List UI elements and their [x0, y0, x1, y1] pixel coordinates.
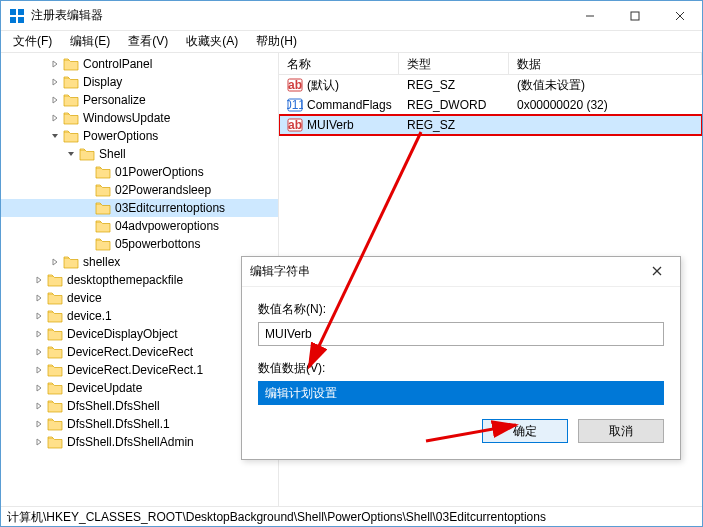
- folder-icon: [63, 129, 79, 143]
- tree-node[interactable]: DfsShell.DfsShell.1: [1, 415, 278, 433]
- chevron-down-icon[interactable]: [49, 132, 61, 140]
- window-controls: [567, 1, 702, 31]
- chevron-right-icon[interactable]: [33, 348, 45, 356]
- tree-label: 02Powerandsleep: [115, 183, 211, 197]
- tree-node[interactable]: DfsShell.DfsShell: [1, 397, 278, 415]
- chevron-right-icon[interactable]: [33, 384, 45, 392]
- tree-node[interactable]: Personalize: [1, 91, 278, 109]
- tree-label: 04advpoweroptions: [115, 219, 219, 233]
- chevron-right-icon[interactable]: [33, 402, 45, 410]
- col-header-type[interactable]: 类型: [399, 53, 509, 74]
- folder-icon: [95, 183, 111, 197]
- menu-file[interactable]: 文件(F): [5, 31, 60, 52]
- value-data: (数值未设置): [509, 77, 702, 94]
- tree-node[interactable]: 01PowerOptions: [1, 163, 278, 181]
- chevron-right-icon[interactable]: [33, 366, 45, 374]
- folder-icon: [63, 57, 79, 71]
- chevron-right-icon[interactable]: [49, 258, 61, 266]
- tree-label: 05powerbottons: [115, 237, 200, 251]
- tree-node[interactable]: 02Powerandsleep: [1, 181, 278, 199]
- tree-label: 01PowerOptions: [115, 165, 204, 179]
- tree-label: DfsShell.DfsShell.1: [67, 417, 170, 431]
- cancel-button[interactable]: 取消: [578, 419, 664, 443]
- value-type: REG_SZ: [399, 118, 509, 132]
- col-header-name[interactable]: 名称: [279, 53, 399, 74]
- tree-node[interactable]: DeviceDisplayObject: [1, 325, 278, 343]
- tree-label: ControlPanel: [83, 57, 152, 71]
- tree-label: device: [67, 291, 102, 305]
- menu-help[interactable]: 帮助(H): [248, 31, 305, 52]
- tree-panel[interactable]: ControlPanelDisplayPersonalizeWindowsUpd…: [1, 53, 279, 506]
- folder-icon: [47, 363, 63, 377]
- chevron-right-icon[interactable]: [49, 60, 61, 68]
- menu-bar: 文件(F) 编辑(E) 查看(V) 收藏夹(A) 帮助(H): [1, 31, 702, 53]
- tree-node[interactable]: desktopthemepackfile: [1, 271, 278, 289]
- dialog-close-button[interactable]: [642, 265, 672, 279]
- list-row[interactable]: ab(默认)REG_SZ(数值未设置): [279, 75, 702, 95]
- tree-node[interactable]: DeviceUpdate: [1, 379, 278, 397]
- svg-text:ab: ab: [288, 78, 302, 92]
- tree-node[interactable]: Shell: [1, 145, 278, 163]
- value-input[interactable]: [258, 381, 664, 405]
- tree-node[interactable]: DeviceRect.DeviceRect.1: [1, 361, 278, 379]
- tree-node[interactable]: WindowsUpdate: [1, 109, 278, 127]
- tree-node[interactable]: ControlPanel: [1, 55, 278, 73]
- tree-node[interactable]: DeviceRect.DeviceRect: [1, 343, 278, 361]
- tree-node[interactable]: DfsShell.DfsShellAdmin: [1, 433, 278, 451]
- folder-icon: [47, 327, 63, 341]
- folder-icon: [47, 273, 63, 287]
- chevron-right-icon[interactable]: [33, 312, 45, 320]
- dialog-title-bar[interactable]: 编辑字符串: [242, 257, 680, 287]
- tree-node[interactable]: PowerOptions: [1, 127, 278, 145]
- value-name: (默认): [307, 77, 339, 94]
- chevron-right-icon[interactable]: [33, 438, 45, 446]
- string-value-icon: ab: [287, 77, 303, 93]
- tree-label: shellex: [83, 255, 120, 269]
- col-header-data[interactable]: 数据: [509, 53, 702, 74]
- tree-node[interactable]: 04advpoweroptions: [1, 217, 278, 235]
- minimize-button[interactable]: [567, 1, 612, 31]
- folder-icon: [47, 291, 63, 305]
- status-bar: 计算机\HKEY_CLASSES_ROOT\DesktopBackground\…: [1, 506, 702, 526]
- folder-icon: [47, 435, 63, 449]
- folder-icon: [63, 255, 79, 269]
- svg-rect-5: [631, 12, 639, 20]
- close-button[interactable]: [657, 1, 702, 31]
- tree-node[interactable]: device: [1, 289, 278, 307]
- tree-label: DfsShell.DfsShellAdmin: [67, 435, 194, 449]
- name-input[interactable]: [258, 322, 664, 346]
- ok-button[interactable]: 确定: [482, 419, 568, 443]
- chevron-right-icon[interactable]: [49, 114, 61, 122]
- folder-icon: [63, 93, 79, 107]
- tree-label: device.1: [67, 309, 112, 323]
- chevron-right-icon[interactable]: [33, 420, 45, 428]
- chevron-right-icon[interactable]: [33, 294, 45, 302]
- tree-node[interactable]: 05powerbottons: [1, 235, 278, 253]
- menu-edit[interactable]: 编辑(E): [62, 31, 118, 52]
- folder-icon: [47, 309, 63, 323]
- tree-label: 03Editcurrentoptions: [115, 201, 225, 215]
- chevron-right-icon[interactable]: [49, 96, 61, 104]
- window-title: 注册表编辑器: [31, 7, 567, 24]
- maximize-button[interactable]: [612, 1, 657, 31]
- menu-favorites[interactable]: 收藏夹(A): [178, 31, 246, 52]
- list-row[interactable]: 011CommandFlagsREG_DWORD0x00000020 (32): [279, 95, 702, 115]
- tree-label: desktopthemepackfile: [67, 273, 183, 287]
- value-name: CommandFlags: [307, 98, 392, 112]
- folder-icon: [47, 381, 63, 395]
- tree-label: Shell: [99, 147, 126, 161]
- chevron-down-icon[interactable]: [65, 150, 77, 158]
- chevron-right-icon[interactable]: [33, 330, 45, 338]
- tree-node[interactable]: Display: [1, 73, 278, 91]
- folder-icon: [47, 417, 63, 431]
- menu-view[interactable]: 查看(V): [120, 31, 176, 52]
- chevron-right-icon[interactable]: [33, 276, 45, 284]
- list-row[interactable]: abMUIVerbREG_SZ: [279, 115, 702, 135]
- svg-text:ab: ab: [288, 118, 302, 132]
- chevron-right-icon[interactable]: [49, 78, 61, 86]
- dialog-title: 编辑字符串: [250, 263, 642, 280]
- tree-node[interactable]: device.1: [1, 307, 278, 325]
- tree-node[interactable]: shellex: [1, 253, 278, 271]
- tree-node[interactable]: 03Editcurrentoptions: [1, 199, 278, 217]
- svg-text:011: 011: [287, 98, 303, 112]
